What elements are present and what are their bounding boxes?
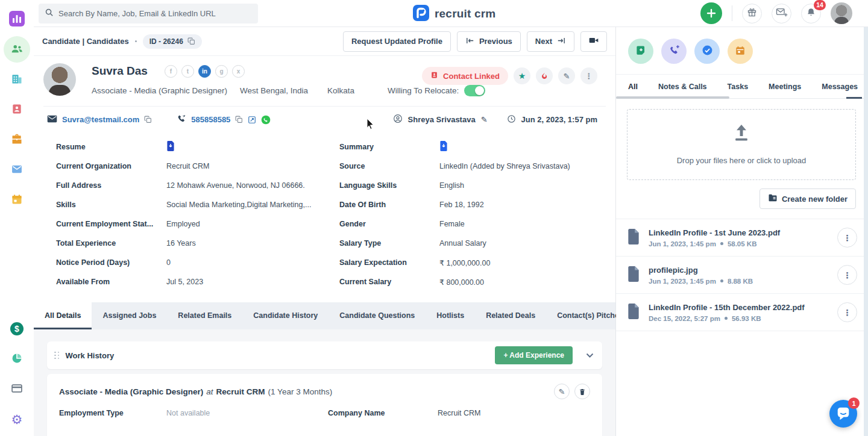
facebook-icon[interactable]: f <box>165 65 177 78</box>
twitter-icon[interactable]: t <box>181 65 194 78</box>
gift-button[interactable] <box>742 4 762 23</box>
briefcase-icon <box>11 133 23 147</box>
tab-notes-calls[interactable]: Notes & Calls <box>658 83 707 91</box>
edit-owner-icon[interactable]: ✎ <box>481 115 488 124</box>
contact-info-row: Suvra@testmail.com 585858585 Shreya Sriv… <box>43 107 606 131</box>
sidebar-item-reports[interactable] <box>4 346 30 372</box>
add-note-button[interactable] <box>628 39 653 64</box>
vertical-scrollbar[interactable] <box>864 27 868 436</box>
sidebar-item-billing[interactable] <box>4 376 30 402</box>
sidebar-item-settings[interactable]: ⚙ <box>4 406 30 432</box>
collapse-chevron-icon[interactable] <box>586 353 594 358</box>
candidate-summary-card: Suvra Das f t in g x Associate - Media (… <box>34 56 615 302</box>
hotlist-fire-button[interactable] <box>536 67 553 84</box>
search-input[interactable] <box>58 9 252 18</box>
chat-widget-button[interactable]: 1 <box>829 400 857 428</box>
xing-icon[interactable]: x <box>232 65 245 78</box>
schedule-meeting-button[interactable] <box>728 39 753 64</box>
tab-meetings[interactable]: Meetings <box>769 83 801 91</box>
file-row[interactable]: LinkedIn Profile - 15th December 2022.pd… <box>616 294 868 331</box>
tab-hotlists[interactable]: Hotlists <box>426 302 475 329</box>
tab-candidate-questions[interactable]: Candidate Questions <box>329 302 426 329</box>
file-date: Dec 15, 2022, 5:27 pm <box>649 315 720 322</box>
add-new-button[interactable] <box>700 2 722 24</box>
sidebar-item-contacts[interactable] <box>4 96 30 123</box>
tab-related-emails[interactable]: Related Emails <box>167 302 242 329</box>
field-value: English <box>439 181 464 190</box>
more-options-button[interactable]: ⋮ <box>580 67 597 84</box>
copy-phone-icon[interactable] <box>235 116 243 123</box>
add-experience-button[interactable]: + Add Experience <box>495 346 573 364</box>
video-camera-icon <box>589 37 599 46</box>
candidate-email-link[interactable]: Suvra@testmail.com <box>62 115 139 124</box>
global-search[interactable] <box>39 4 258 23</box>
chat-unread-badge: 1 <box>848 397 860 409</box>
request-updated-profile-button[interactable]: Request Updated Profile <box>343 31 451 52</box>
phone-icon <box>177 114 186 125</box>
document-icon <box>627 304 640 321</box>
resume-file-icon[interactable] <box>166 141 175 153</box>
sidebar-item-dashboard[interactable] <box>4 6 30 33</box>
field-value: Feb 18, 1992 <box>439 201 484 209</box>
candidate-photo[interactable] <box>43 63 76 96</box>
sidebar-item-candidates[interactable] <box>4 36 30 63</box>
file-dropzone[interactable]: Drop your files here or click to upload <box>627 109 856 180</box>
sidebar-item-inbox[interactable] <box>4 157 30 183</box>
whatsapp-icon[interactable] <box>261 115 271 125</box>
pie-chart-icon <box>11 352 23 366</box>
entry-at: at <box>206 387 213 396</box>
copy-email-icon[interactable] <box>144 116 152 123</box>
activity-panel: All Notes & Calls Tasks Meetings Message… <box>616 27 868 436</box>
summary-file-icon[interactable] <box>439 141 448 153</box>
video-button[interactable] <box>580 31 607 52</box>
tabs-scrollbar-thumb[interactable] <box>616 96 729 99</box>
file-menu-button[interactable]: ⋮ <box>837 228 857 248</box>
notifications-button[interactable]: 14 <box>801 4 821 23</box>
favorite-star-button[interactable]: ★ <box>514 67 530 84</box>
linkedin-icon[interactable]: in <box>198 65 211 78</box>
tab-all[interactable]: All <box>628 83 638 91</box>
file-menu-button[interactable]: ⋮ <box>837 265 857 285</box>
tab-related-deals[interactable]: Related Deals <box>475 302 546 329</box>
file-menu-button[interactable]: ⋮ <box>837 302 857 322</box>
field-label: Resume <box>56 143 166 151</box>
field-label: Current Employment Stat... <box>56 220 166 228</box>
sidebar-item-calendar[interactable] <box>4 187 30 213</box>
github-icon[interactable]: g <box>215 65 228 78</box>
previous-button[interactable]: Previous <box>457 31 521 52</box>
log-call-button[interactable] <box>661 39 687 64</box>
relocate-toggle[interactable] <box>464 85 485 96</box>
candidate-phone-link[interactable]: 585858585 <box>191 115 230 124</box>
edit-candidate-button[interactable]: ✎ <box>558 67 575 84</box>
work-history-header: Work History + Add Experience <box>47 341 602 369</box>
tab-tasks[interactable]: Tasks <box>728 83 749 91</box>
drag-handle-icon[interactable] <box>54 352 60 360</box>
tab-candidate-history[interactable]: Candidate History <box>242 302 329 329</box>
edit-experience-button[interactable]: ✎ <box>554 384 570 399</box>
contact-card-icon <box>11 103 23 117</box>
field-label: Available From <box>56 278 166 286</box>
file-row[interactable]: LinkedIn Profile - 1st June 2023.pdf Jun… <box>616 219 868 257</box>
tab-assigned-jobs[interactable]: Assigned Jobs <box>92 302 167 329</box>
email-icon <box>47 115 57 125</box>
sms-edit-icon[interactable] <box>248 116 256 124</box>
sidebar-item-companies[interactable] <box>4 66 30 93</box>
sidebar-item-deals[interactable]: $ <box>4 316 30 342</box>
copy-id-icon[interactable] <box>187 37 195 45</box>
tab-messages[interactable]: Messages <box>822 83 858 91</box>
compose-mail-button[interactable] <box>772 4 791 23</box>
delete-experience-button[interactable] <box>574 384 590 399</box>
user-avatar[interactable] <box>831 2 852 24</box>
contact-linked-badge[interactable]: Contact Linked <box>422 67 508 85</box>
create-new-folder-button[interactable]: Create new folder <box>760 188 856 209</box>
add-task-button[interactable] <box>694 39 720 64</box>
folder-icon <box>768 194 778 204</box>
next-button[interactable]: Next <box>527 31 574 52</box>
topbar: recruit crm 14 <box>34 0 868 27</box>
sidebar-item-jobs[interactable] <box>4 126 30 153</box>
tab-all-details[interactable]: All Details <box>34 302 92 329</box>
field-label: Language Skills <box>339 181 439 190</box>
file-row[interactable]: profilepic.jpg Jun 1, 2023, 1:45 pm8.88 … <box>616 257 868 294</box>
breadcrumb-separator <box>135 40 137 42</box>
field-value: Jul 5, 2023 <box>166 278 203 286</box>
